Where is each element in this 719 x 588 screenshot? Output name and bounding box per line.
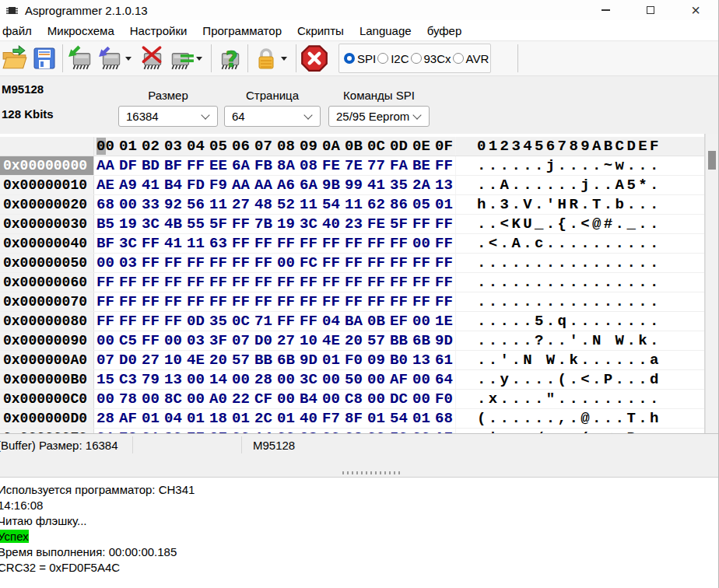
hex-byte-cell[interactable]: 00 (184, 370, 207, 389)
hex-byte-cell[interactable]: 6B (275, 351, 297, 369)
hex-byte-cell[interactable]: FF (139, 273, 162, 292)
menu-item-1[interactable]: файл (0, 24, 40, 37)
hex-byte-cell[interactable]: FF (433, 254, 455, 272)
hex-byte-cell[interactable]: FF (162, 254, 184, 272)
hex-byte-cell[interactable]: 00 (184, 390, 207, 408)
hex-byte-cell[interactable]: FF (365, 273, 388, 292)
hex-byte-cell[interactable]: C5 (117, 331, 139, 350)
hex-byte-cell[interactable]: 00 (230, 370, 252, 389)
hex-byte-cell[interactable]: 04 (162, 409, 184, 428)
page-combobox[interactable]: 64 (224, 106, 321, 127)
hex-byte-cell[interactable]: 01 (320, 351, 342, 369)
hex-byte-cell[interactable]: FF (252, 273, 275, 292)
hex-byte-cell[interactable]: FF (275, 273, 297, 292)
hex-byte-cell[interactable]: 63 (207, 234, 230, 253)
hex-byte-cell[interactable]: FF (342, 254, 365, 272)
hex-byte-cell[interactable]: FF (94, 312, 117, 331)
hex-byte-cell[interactable]: FF (388, 234, 410, 253)
hex-byte-cell[interactable]: FE (365, 215, 388, 233)
hex-byte-cell[interactable]: 23 (342, 215, 365, 233)
hex-byte-cell[interactable]: 8F (342, 409, 365, 428)
menu-item-4[interactable]: Программатор (200, 24, 290, 37)
hex-byte-cell[interactable]: 57 (230, 351, 252, 369)
hex-byte-cell[interactable]: CF (252, 390, 275, 408)
hex-byte-cell[interactable]: FF (320, 234, 342, 253)
hex-byte-cell[interactable]: FF (139, 254, 162, 272)
hex-byte-cell[interactable]: FF (433, 156, 455, 175)
hex-byte-cell[interactable]: 3F (207, 331, 230, 350)
hex-byte-cell[interactable]: FF (410, 273, 433, 292)
hex-byte-cell[interactable]: FF (117, 292, 139, 311)
hex-byte-cell[interactable]: AF (388, 370, 410, 389)
hex-byte-cell[interactable]: 07 (230, 331, 252, 350)
hex-byte-cell[interactable]: BE (410, 156, 433, 175)
hex-byte-cell[interactable]: 6A (230, 156, 252, 175)
hex-byte-cell[interactable]: 62 (365, 195, 388, 214)
hex-byte-cell[interactable]: FF (297, 292, 320, 311)
hex-byte-cell[interactable]: FF (342, 234, 365, 253)
hex-byte-cell[interactable]: F7 (320, 409, 342, 428)
hex-byte-cell[interactable]: 00 (162, 331, 184, 350)
hex-byte-cell[interactable]: 00 (275, 370, 297, 389)
hex-byte-cell[interactable]: AA (252, 176, 275, 194)
hex-byte-cell[interactable]: F0 (433, 390, 455, 408)
hex-byte-cell[interactable]: DC (388, 390, 410, 408)
hex-byte-cell[interactable]: 08 (297, 156, 320, 175)
hex-byte-cell[interactable]: BB (388, 331, 410, 350)
hex-byte-cell[interactable]: 3C (117, 234, 139, 253)
hex-byte-cell[interactable]: A6 (275, 176, 297, 194)
hex-byte-cell[interactable]: 8C (162, 390, 184, 408)
splitter[interactable] (0, 456, 718, 478)
hex-byte-cell[interactable]: 01 (433, 195, 455, 214)
radio-93cx[interactable]: 93Cx (411, 52, 452, 65)
hex-byte-cell[interactable]: 18 (207, 409, 230, 428)
hex-byte-cell[interactable]: 28 (252, 370, 275, 389)
hex-byte-cell[interactable]: EE (207, 156, 230, 175)
hex-byte-cell[interactable]: FB (252, 156, 275, 175)
hex-byte-cell[interactable]: 7E (342, 156, 365, 175)
hex-byte-cell[interactable]: 50 (342, 370, 365, 389)
hex-byte-cell[interactable]: 00 (410, 390, 433, 408)
hex-byte-cell[interactable]: 05 (410, 195, 433, 214)
hex-byte-cell[interactable]: 01 (184, 409, 207, 428)
hex-byte-cell[interactable]: FF (139, 292, 162, 311)
hex-byte-cell[interactable]: FF (433, 234, 455, 253)
hex-byte-cell[interactable]: 54 (388, 409, 410, 428)
hex-byte-cell[interactable]: 4E (320, 331, 342, 350)
hex-byte-cell[interactable]: 13 (162, 370, 184, 389)
hex-byte-cell[interactable]: FF (365, 254, 388, 272)
menu-item-7[interactable]: буфер (425, 24, 471, 37)
hex-byte-cell[interactable]: 27 (139, 351, 162, 369)
hex-byte-cell[interactable]: DF (117, 156, 139, 175)
hex-byte-cell[interactable]: 19 (117, 215, 139, 233)
hex-byte-cell[interactable]: FF (162, 312, 184, 331)
hex-byte-cell[interactable]: AF (117, 409, 139, 428)
hex-byte-cell[interactable]: EF (388, 312, 410, 331)
write-chip-button[interactable] (96, 43, 125, 74)
hex-byte-cell[interactable]: FF (388, 292, 410, 311)
hex-byte-cell[interactable]: FF (252, 234, 275, 253)
hex-byte-cell[interactable]: FF (184, 292, 207, 311)
hex-byte-cell[interactable]: AA (230, 176, 252, 194)
hex-byte-cell[interactable]: FF (162, 273, 184, 292)
hex-byte-cell[interactable]: 56 (184, 195, 207, 214)
hex-byte-cell[interactable]: 54 (320, 195, 342, 214)
hex-byte-cell[interactable]: 3C (139, 215, 162, 233)
hex-byte-cell[interactable]: FF (207, 273, 230, 292)
menu-item-3[interactable]: Настройки (128, 24, 196, 37)
hex-byte-cell[interactable]: 86 (388, 195, 410, 214)
hex-byte-cell[interactable]: 27 (230, 195, 252, 214)
hex-byte-cell[interactable]: FE (320, 156, 342, 175)
hex-byte-cell[interactable]: 64 (433, 370, 455, 389)
hex-byte-cell[interactable]: B0 (388, 351, 410, 369)
hex-byte-cell[interactable]: B4 (162, 176, 184, 194)
hex-byte-cell[interactable]: 6B (410, 331, 433, 350)
erase-chip-button[interactable] (137, 43, 167, 74)
hex-byte-cell[interactable]: 03 (184, 331, 207, 350)
hex-byte-cell[interactable]: 01 (139, 409, 162, 428)
detect-chip-button[interactable]: ? (215, 43, 244, 74)
hex-byte-cell[interactable]: C8 (342, 390, 365, 408)
write-chip-dropdown[interactable] (125, 57, 132, 61)
hex-byte-cell[interactable]: 20 (207, 351, 230, 369)
hex-byte-cell[interactable]: 13 (410, 351, 433, 369)
